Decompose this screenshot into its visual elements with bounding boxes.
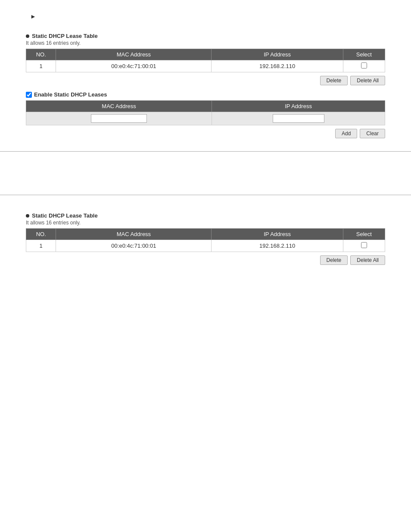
table-header-row-2: NO. MAC Address IP Address Select [26,229,385,240]
section-divider-2 [0,195,411,195]
col-header-no-2: NO. [26,229,56,240]
table-row: 1 00:e0:4c:71:00:01 192.168.2.110 [26,240,385,252]
cell-ip-2-1: 192.168.2.110 [212,240,343,252]
enable-row: Enable Static DHCP Leases [26,91,385,98]
row-select-checkbox-2-1[interactable] [361,242,367,248]
cell-mac-1-1: 00:e0:4c:71:00:01 [56,60,212,72]
page-container: ► Static DHCP Lease Table It allows 16 e… [0,0,411,532]
bullet-dot-1 [26,34,29,38]
add-input-row [26,112,385,125]
section-2: Static DHCP Lease Table It allows 16 ent… [0,199,411,274]
cell-ip-1-1: 192.168.2.110 [212,60,343,72]
table-header-row-1: NO. MAC Address IP Address Select [26,49,385,60]
add-button[interactable]: Add [335,129,357,138]
col-header-select-1: Select [343,49,385,60]
delete-button-1[interactable]: Delete [320,76,348,85]
table-title-1: Static DHCP Lease Table [26,33,385,39]
add-col-ip: IP Address [212,101,385,112]
table-row: 1 00:e0:4c:71:00:01 192.168.2.110 [26,60,385,72]
enable-static-checkbox[interactable] [26,92,32,98]
add-ip-cell [212,112,385,125]
dhcp-table-2: NO. MAC Address IP Address Select 1 00:e… [26,228,385,252]
add-mac-cell [26,112,212,125]
col-header-mac-2: MAC Address [56,229,212,240]
cell-select-2-1 [343,240,385,252]
dhcp-table-1: NO. MAC Address IP Address Select 1 00:e… [26,49,385,72]
section-divider-1 [0,151,411,152]
delete-all-button-2[interactable]: Delete All [350,255,385,265]
enable-static-section: Enable Static DHCP Leases MAC Address IP… [26,91,385,138]
row-select-checkbox-1-1[interactable] [361,62,367,68]
section-1: ► Static DHCP Lease Table It allows 16 e… [0,9,411,147]
col-header-mac-1: MAC Address [56,49,212,60]
add-table-header: MAC Address IP Address [26,101,385,112]
arrow-marker: ► [26,13,385,20]
table-1-button-row: Delete Delete All [26,76,385,85]
col-header-ip-2: IP Address [212,229,343,240]
col-header-ip-1: IP Address [212,49,343,60]
col-header-no-1: NO. [26,49,56,60]
add-table-1: MAC Address IP Address [26,100,385,125]
ip-address-input[interactable] [273,114,324,123]
mac-address-input[interactable] [91,114,147,123]
dhcp-lease-table-section-1: Static DHCP Lease Table It allows 16 ent… [26,33,385,85]
col-header-select-2: Select [343,229,385,240]
cell-mac-2-1: 00:e0:4c:71:00:01 [56,240,212,252]
table-2-button-row: Delete Delete All [26,255,385,265]
add-col-mac: MAC Address [26,101,212,112]
bullet-dot-2 [26,214,29,218]
clear-button[interactable]: Clear [360,129,385,138]
add-button-row: Add Clear [26,129,385,138]
cell-no-1-1: 1 [26,60,56,72]
cell-select-1-1 [343,60,385,72]
table-subtitle-2: It allows 16 entries only. [26,220,385,226]
dhcp-lease-table-section-2: Static DHCP Lease Table It allows 16 ent… [26,212,385,265]
delete-all-button-1[interactable]: Delete All [350,76,385,85]
table-subtitle-1: It allows 16 entries only. [26,40,385,46]
cell-no-2-1: 1 [26,240,56,252]
enable-label: Enable Static DHCP Leases [34,91,107,98]
delete-button-2[interactable]: Delete [320,255,348,265]
table-title-2: Static DHCP Lease Table [26,212,385,219]
